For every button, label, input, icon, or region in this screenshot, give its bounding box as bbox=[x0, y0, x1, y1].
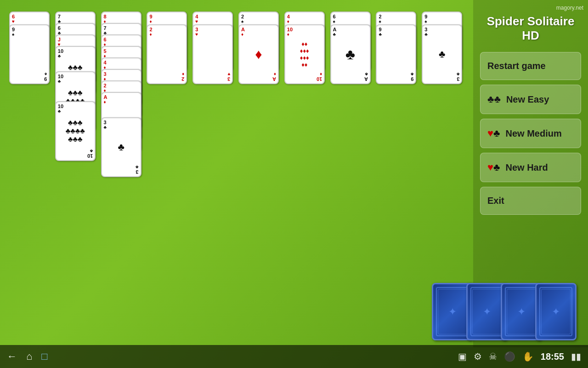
new-easy-label: New Easy bbox=[506, 94, 549, 105]
taskbar: ← ⌂ □ ▣ ⚙ ☠ ⚫ ✋ 18:55 ▮▮ bbox=[0, 345, 588, 368]
exit-button[interactable]: Exit bbox=[480, 187, 581, 215]
card-3c[interactable]: 3♣ ♣ 3♣ bbox=[101, 117, 141, 177]
new-medium-button[interactable]: ♥♣ New Medium bbox=[480, 119, 581, 148]
deck-card-inner-1: ✦ bbox=[438, 289, 467, 334]
restart-label: Restart game bbox=[487, 61, 546, 71]
card-10c-3[interactable]: 10♣ ♣♣♣♣♣♣♣♣♣♣ 10♣ bbox=[55, 101, 96, 161]
deck-card-inner-4: ✦ bbox=[541, 289, 571, 334]
deck-card-inner-2: ✦ bbox=[472, 289, 502, 334]
columns-container: 6♥ ♥ 6♥ 9♠ 9♠ 7♣ ♣ 7♣ 6♣ 6♣ J♥ bbox=[5, 7, 469, 228]
new-hard-button[interactable]: ♥♣ New Hard bbox=[480, 153, 581, 182]
card-3h[interactable]: 3♥ 3♥ bbox=[192, 24, 233, 84]
card-column-2: 7♣ ♣ 7♣ 6♣ 6♣ J♥ J♥ 10♣ ♣♣♣♣♣♣♣♣♣♣ 10♣ 1… bbox=[55, 12, 97, 182]
card-column-1: 6♥ ♥ 6♥ 9♠ 9♠ bbox=[9, 12, 51, 104]
new-hard-label: New Hard bbox=[506, 162, 548, 173]
card-column-10: 9♠ ♠ 9♠ 3♣ ♣ 3♣ bbox=[422, 12, 464, 104]
card-9c[interactable]: 9♣ 9♣ bbox=[376, 24, 416, 84]
card-column-9: 2♠ ♠ 2♠ 9♣ 9♣ bbox=[376, 12, 418, 104]
screenshot-icon[interactable]: ▣ bbox=[458, 351, 467, 362]
deck-card-4[interactable]: ✦ bbox=[535, 283, 577, 340]
card-3c-2[interactable]: 3♣ ♣ 3♣ bbox=[422, 24, 462, 84]
time-display: 18:55 bbox=[541, 351, 564, 362]
game-area: 6♥ ♥ 6♥ 9♠ 9♠ 7♣ ♣ 7♣ 6♣ 6♣ J♥ bbox=[0, 0, 473, 347]
new-easy-button[interactable]: ♣♣ New Easy bbox=[480, 85, 581, 114]
back-button[interactable]: ← bbox=[7, 351, 17, 362]
card-ac[interactable]: A♣ ♣ A♣ bbox=[330, 24, 371, 84]
exit-label: Exit bbox=[487, 196, 504, 206]
deck-card-inner-3: ✦ bbox=[507, 289, 536, 334]
site-label: magory.net bbox=[556, 5, 583, 11]
hard-icon: ♥♣ bbox=[487, 161, 500, 173]
card-column-5: 4♥ ♥ 4♥ 3♥ 3♥ bbox=[192, 12, 235, 104]
card-column-3: 8♦ ♦ 8♦ 7♣ 7♣ 6♦ 6♦ 5♦ 5♦ 4♦ bbox=[101, 12, 143, 223]
card-column-8: 6♠ ♠ 6♠ A♣ ♣ A♣ bbox=[330, 12, 373, 104]
recents-button[interactable]: □ bbox=[41, 351, 47, 362]
card-9s-1[interactable]: 9♠ 9♠ bbox=[9, 24, 50, 84]
medium-icon: ♥♣ bbox=[487, 127, 500, 139]
easy-icon: ♣♣ bbox=[487, 93, 501, 105]
restart-game-button[interactable]: Restart game bbox=[480, 52, 581, 80]
deck-area[interactable]: ✦ ✦ ✦ ✦ bbox=[439, 283, 577, 340]
card-ad-2[interactable]: A♦ ♦ A♦ bbox=[238, 24, 279, 84]
home-button[interactable]: ⌂ bbox=[26, 351, 32, 362]
new-medium-label: New Medium bbox=[506, 128, 562, 139]
glove-icon[interactable]: ✋ bbox=[522, 351, 534, 362]
taskbar-right: ▣ ⚙ ☠ ⚫ ✋ 18:55 ▮▮ bbox=[458, 351, 581, 362]
card-10d[interactable]: 10♦ ♦♦♦♦♦♦♦♦♦♦ 10♦ bbox=[284, 24, 325, 84]
card-2d-2[interactable]: 2♦ 2♦ bbox=[147, 24, 187, 84]
android-icon[interactable]: ☠ bbox=[489, 351, 497, 362]
card-column-6: 2♠ ♠ 2♠ A♦ ♦ A♦ bbox=[238, 12, 281, 104]
alarm-icon[interactable]: ⚙ bbox=[474, 351, 482, 362]
card-column-4: 9♦ ♦ 9♦ 2♦ 2♦ bbox=[147, 12, 189, 104]
app-title: Spider Solitaire HD bbox=[478, 14, 583, 43]
battery-icon: ▮▮ bbox=[571, 351, 581, 362]
card-column-7: 4♦ ♦♦♦♦♦♦♦♦♦♦ 4♦ 10♦ ♦♦♦♦♦♦♦♦♦♦ 10♦ bbox=[284, 12, 327, 104]
headphone-icon[interactable]: ⚫ bbox=[504, 351, 515, 362]
